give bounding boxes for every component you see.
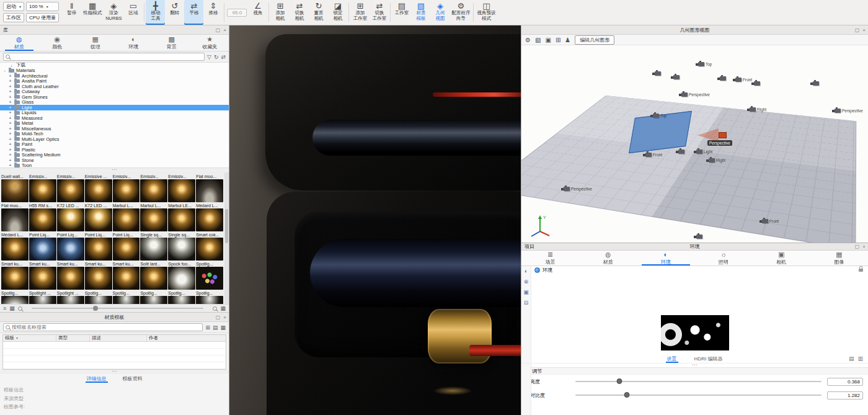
material-thumbnail-cell[interactable]: Marbul L... [113, 203, 140, 231]
project-tab-image[interactable]: ▦图像 [810, 251, 868, 266]
tree-item-Stone[interactable]: +Stone [0, 158, 229, 163]
filter-funnel-icon[interactable]: ▽ [207, 54, 211, 60]
material-thumbnail[interactable] [168, 208, 195, 231]
camera-object[interactable]: Perspective [835, 109, 863, 113]
camera-object[interactable] [678, 149, 684, 154]
subtab-设置[interactable]: 设置 [666, 354, 678, 363]
material-thumbnail-cell[interactable]: Marbul LE... [168, 203, 195, 231]
toolbar-button-pause[interactable]: ‖暂停 [62, 0, 81, 25]
material-thumbnail[interactable] [140, 296, 167, 304]
subtab-HDRI 编辑器[interactable]: HDRI 编辑器 [693, 354, 724, 363]
material-thumbnail-cell[interactable]: Marbul L... [140, 203, 167, 231]
material-thumbnail-cell[interactable]: K72 LED ... [57, 203, 84, 231]
material-thumbnail[interactable] [140, 208, 167, 231]
templates-search-input[interactable] [12, 324, 200, 330]
detail-tab-详细信息[interactable]: 详细信息 [86, 374, 108, 383]
material-thumbnail-cell[interactable]: Emissiv... [57, 174, 84, 202]
material-thumbnail[interactable] [29, 179, 56, 202]
table-row[interactable] [3, 349, 226, 355]
tree-item-Architectural[interactable]: +Architectural [0, 73, 229, 79]
float-panel-icon[interactable]: ▢ [216, 315, 221, 320]
material-thumbnail-cell[interactable]: Solit lant... [140, 261, 167, 290]
cpu-usage-dropdown[interactable]: CPU 使用量 [26, 13, 59, 22]
project-tab-environment[interactable]: ◐环境 [637, 251, 694, 266]
toolbar-button-reset-camera[interactable]: ↻重置 相机 [309, 0, 328, 25]
float-panel-icon[interactable]: ▢ [855, 244, 860, 249]
toolbar-button-perspective[interactable]: ∠视角 [248, 0, 267, 25]
thumbnail-zoom-slider[interactable] [32, 308, 204, 309]
library-tab-favorites[interactable]: ★收藏夹 [191, 35, 229, 51]
environment-list-item[interactable]: 环境 [531, 266, 868, 274]
material-thumbnail-cell[interactable]: Point Liq... [57, 232, 84, 261]
material-thumbnail[interactable] [196, 267, 223, 290]
table-row[interactable] [3, 355, 226, 362]
toolbar-button-region[interactable]: ▭区域 [123, 0, 143, 25]
material-thumbnail[interactable] [1, 208, 29, 231]
material-thumbnail-cell[interactable]: Emissiv... [168, 174, 195, 202]
material-thumbnail[interactable] [113, 267, 140, 290]
camera-object[interactable]: Top [653, 114, 666, 118]
tree-item-Multi-Layer Optics[interactable]: +Multi-Layer Optics [0, 136, 229, 142]
material-thumbnail-cell[interactable]: Spock foo... [168, 261, 195, 290]
material-thumbnail-cell[interactable]: Spotlight ... [29, 290, 56, 304]
display-mode-icon[interactable]: ▧ [535, 37, 541, 43]
tree-item-Cutaway[interactable]: +Cutaway [0, 89, 229, 95]
project-tab-camera[interactable]: ▣相机 [753, 251, 810, 266]
list-view-icon[interactable]: ≡ [3, 305, 6, 311]
toolbar-button-add-studio[interactable]: ⊞添加 工作室 [350, 0, 370, 25]
material-thumbnail[interactable] [196, 238, 223, 261]
settings-gear-icon[interactable]: ⚙ [525, 37, 531, 43]
toolbar-button-material-template[interactable]: ▧材质 模板 [411, 0, 430, 25]
tree-expander[interactable]: + [8, 163, 12, 168]
toolbar-button-lock-camera[interactable]: ◪锁定 相机 [328, 0, 347, 25]
table-row[interactable] [3, 342, 226, 349]
tree-item-下载[interactable]: ↓下载 [0, 63, 229, 68]
material-thumbnail[interactable] [168, 267, 195, 290]
toolbar-button-add-camera[interactable]: ⊞添加 相机 [270, 0, 290, 25]
grid-scrollbar[interactable] [224, 172, 229, 304]
material-thumbnail-cell[interactable]: Spotlig... [168, 290, 195, 304]
camera-object[interactable]: Front [645, 153, 662, 157]
camera-object[interactable]: Right [709, 158, 725, 163]
material-thumbnail-cell[interactable]: H55 RM s... [29, 203, 56, 231]
camera-object[interactable] [813, 81, 819, 86]
camera-object[interactable] [720, 76, 726, 81]
material-thumbnail-cell[interactable]: Spotlig... [140, 290, 167, 304]
import-template-icon[interactable]: ⊞ [205, 324, 210, 331]
tree-item-Gem Stones[interactable]: +Gem Stones [0, 94, 229, 100]
material-thumbnail[interactable] [29, 238, 56, 261]
material-thumbnail[interactable] [85, 179, 112, 202]
material-thumbnail[interactable] [140, 267, 167, 290]
material-thumbnail-cell[interactable]: Smart ku... [113, 261, 140, 290]
tree-expander[interactable]: - [2, 68, 7, 73]
toolbar-button-performance-mode[interactable]: ▦性能模式 [81, 0, 104, 25]
contrast-slider[interactable] [575, 395, 822, 396]
material-thumbnail[interactable] [85, 296, 112, 304]
tree-item-Miscellaneous[interactable]: +Miscellaneous [0, 126, 229, 132]
toolbar-button-studios[interactable]: ▤工作室 [392, 0, 411, 25]
save-icon[interactable]: ▥ [857, 355, 863, 362]
material-thumbnail[interactable] [1, 238, 29, 261]
close-panel-icon[interactable]: × [862, 27, 866, 33]
thumbnail-zoom-knob[interactable] [93, 306, 98, 311]
material-thumbnail-cell[interactable]: Smart ku... [29, 261, 56, 290]
material-thumbnail-cell[interactable]: Smart ku... [57, 261, 84, 290]
library-search-box[interactable] [3, 53, 205, 61]
add-sphere-icon[interactable]: ⊕ [524, 279, 529, 285]
column-header-模板[interactable]: 模板▼ [3, 335, 56, 341]
toolbar-button-switch-studio[interactable]: ⇄切换 工作室 [370, 0, 389, 25]
material-thumbnail[interactable] [57, 296, 84, 304]
material-thumbnail[interactable] [113, 179, 140, 202]
material-thumbnail[interactable] [57, 208, 84, 231]
toolbar-button-dolly[interactable]: ⇕推移 [203, 0, 223, 25]
template-options-icon[interactable]: ▦ [220, 324, 226, 331]
splitter-handle[interactable]: ⋯ [0, 168, 229, 172]
material-thumbnail-cell[interactable]: Point Liq... [113, 232, 140, 261]
camera-object[interactable]: Top [698, 62, 712, 66]
material-thumbnail-cell[interactable]: Spotlig... [1, 290, 29, 304]
detail-tab-模板资料[interactable]: 模板资料 [122, 374, 144, 383]
adjustments-section-header[interactable]: ∨ 调节 [521, 367, 868, 375]
refresh-icon[interactable]: ↻ [214, 54, 219, 60]
material-thumbnail-cell[interactable]: Emissiv... [29, 174, 56, 202]
template-library-icon[interactable]: ▤ [213, 324, 218, 331]
